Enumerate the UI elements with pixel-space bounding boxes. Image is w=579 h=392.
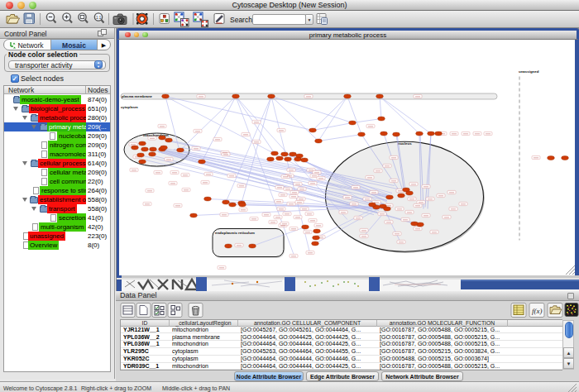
svg-text:1:1: 1:1	[96, 16, 102, 20]
svg-text:endoplasmic reticulum: endoplasmic reticulum	[215, 231, 255, 235]
svg-text:unassigned: unassigned	[519, 69, 539, 73]
svg-text:nucleus: nucleus	[398, 141, 412, 145]
svg-text:plasma membrane: plasma membrane	[122, 94, 152, 98]
svg-text:f(x): f(x)	[532, 307, 543, 315]
svg-text:cytoplasm: cytoplasm	[121, 104, 138, 108]
